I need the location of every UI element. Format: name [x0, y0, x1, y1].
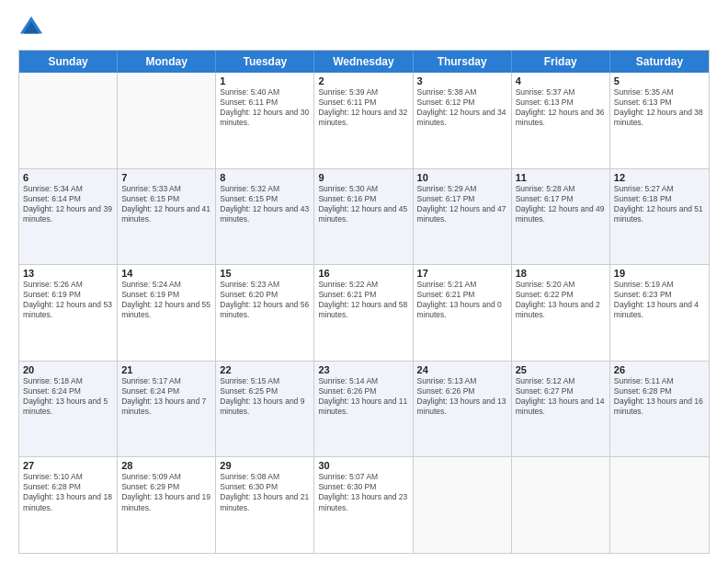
day-number: 16 — [318, 268, 408, 279]
day-number: 23 — [318, 364, 408, 375]
empty-cell — [19, 73, 118, 168]
day-number: 28 — [121, 460, 211, 471]
header-day-friday: Friday — [512, 51, 610, 73]
day-info: Sunrise: 5:40 AM Sunset: 6:11 PM Dayligh… — [220, 87, 310, 128]
header-day-tuesday: Tuesday — [216, 51, 314, 73]
day-number: 1 — [220, 75, 310, 86]
header-day-wednesday: Wednesday — [314, 51, 413, 73]
day-number: 19 — [614, 268, 705, 279]
day-info: Sunrise: 5:19 AM Sunset: 6:23 PM Dayligh… — [614, 280, 705, 320]
day-cell-12: 12Sunrise: 5:27 AM Sunset: 6:18 PM Dayli… — [610, 169, 709, 265]
day-cell-7: 7Sunrise: 5:33 AM Sunset: 6:15 PM Daylig… — [118, 169, 216, 265]
day-info: Sunrise: 5:22 AM Sunset: 6:21 PM Dayligh… — [318, 280, 408, 320]
day-cell-8: 8Sunrise: 5:32 AM Sunset: 6:15 PM Daylig… — [216, 169, 314, 265]
day-number: 27 — [23, 460, 113, 471]
day-info: Sunrise: 5:37 AM Sunset: 6:13 PM Dayligh… — [516, 87, 606, 128]
calendar-row-2: 6Sunrise: 5:34 AM Sunset: 6:14 PM Daylig… — [19, 168, 709, 265]
day-number: 17 — [417, 268, 507, 279]
calendar-row-3: 13Sunrise: 5:26 AM Sunset: 6:19 PM Dayli… — [19, 264, 709, 361]
day-info: Sunrise: 5:32 AM Sunset: 6:15 PM Dayligh… — [220, 184, 310, 224]
day-cell-14: 14Sunrise: 5:24 AM Sunset: 6:19 PM Dayli… — [118, 265, 216, 361]
day-cell-6: 6Sunrise: 5:34 AM Sunset: 6:14 PM Daylig… — [19, 169, 118, 265]
day-number: 29 — [220, 460, 310, 471]
empty-cell — [512, 457, 610, 553]
day-number: 13 — [23, 268, 113, 279]
calendar-row-5: 27Sunrise: 5:10 AM Sunset: 6:28 PM Dayli… — [19, 456, 709, 553]
day-cell-27: 27Sunrise: 5:10 AM Sunset: 6:28 PM Dayli… — [19, 457, 118, 553]
empty-cell — [610, 457, 709, 553]
day-number: 30 — [318, 460, 408, 471]
day-number: 18 — [516, 268, 606, 279]
empty-cell — [118, 73, 216, 168]
calendar: SundayMondayTuesdayWednesdayThursdayFrid… — [18, 50, 710, 554]
header-day-monday: Monday — [118, 51, 216, 73]
header-day-thursday: Thursday — [414, 51, 512, 73]
logo — [18, 15, 48, 40]
day-cell-25: 25Sunrise: 5:12 AM Sunset: 6:27 PM Dayli… — [512, 362, 610, 457]
day-number: 3 — [417, 75, 507, 86]
day-info: Sunrise: 5:38 AM Sunset: 6:12 PM Dayligh… — [417, 87, 507, 128]
calendar-header: SundayMondayTuesdayWednesdayThursdayFrid… — [19, 51, 709, 73]
day-number: 8 — [220, 172, 310, 183]
day-info: Sunrise: 5:20 AM Sunset: 6:22 PM Dayligh… — [516, 280, 606, 320]
day-info: Sunrise: 5:28 AM Sunset: 6:17 PM Dayligh… — [516, 184, 606, 224]
day-info: Sunrise: 5:29 AM Sunset: 6:17 PM Dayligh… — [417, 184, 507, 224]
day-info: Sunrise: 5:21 AM Sunset: 6:21 PM Dayligh… — [417, 280, 507, 320]
day-number: 9 — [318, 172, 408, 183]
day-number: 21 — [121, 364, 211, 375]
day-cell-4: 4Sunrise: 5:37 AM Sunset: 6:13 PM Daylig… — [512, 73, 610, 168]
day-cell-3: 3Sunrise: 5:38 AM Sunset: 6:12 PM Daylig… — [414, 73, 512, 168]
day-info: Sunrise: 5:39 AM Sunset: 6:11 PM Dayligh… — [318, 87, 408, 128]
day-cell-1: 1Sunrise: 5:40 AM Sunset: 6:11 PM Daylig… — [216, 73, 314, 168]
day-info: Sunrise: 5:14 AM Sunset: 6:26 PM Dayligh… — [318, 376, 408, 417]
day-info: Sunrise: 5:34 AM Sunset: 6:14 PM Dayligh… — [23, 184, 113, 224]
day-cell-10: 10Sunrise: 5:29 AM Sunset: 6:17 PM Dayli… — [414, 169, 512, 265]
day-cell-20: 20Sunrise: 5:18 AM Sunset: 6:24 PM Dayli… — [19, 362, 118, 457]
day-info: Sunrise: 5:33 AM Sunset: 6:15 PM Dayligh… — [121, 184, 211, 224]
day-cell-15: 15Sunrise: 5:23 AM Sunset: 6:20 PM Dayli… — [216, 265, 314, 361]
day-cell-2: 2Sunrise: 5:39 AM Sunset: 6:11 PM Daylig… — [314, 73, 413, 168]
day-info: Sunrise: 5:26 AM Sunset: 6:19 PM Dayligh… — [23, 280, 113, 320]
day-number: 4 — [516, 75, 606, 86]
day-cell-24: 24Sunrise: 5:13 AM Sunset: 6:26 PM Dayli… — [414, 362, 512, 457]
day-info: Sunrise: 5:08 AM Sunset: 6:30 PM Dayligh… — [220, 472, 310, 512]
day-number: 25 — [516, 364, 606, 375]
day-number: 2 — [318, 75, 408, 86]
day-number: 7 — [121, 172, 211, 183]
day-cell-21: 21Sunrise: 5:17 AM Sunset: 6:24 PM Dayli… — [118, 362, 216, 457]
header — [18, 15, 710, 40]
day-number: 20 — [23, 364, 113, 375]
day-number: 10 — [417, 172, 507, 183]
day-number: 26 — [614, 364, 705, 375]
day-cell-26: 26Sunrise: 5:11 AM Sunset: 6:28 PM Dayli… — [610, 362, 709, 457]
day-info: Sunrise: 5:13 AM Sunset: 6:26 PM Dayligh… — [417, 376, 507, 417]
day-cell-28: 28Sunrise: 5:09 AM Sunset: 6:29 PM Dayli… — [118, 457, 216, 553]
day-number: 5 — [614, 75, 705, 86]
empty-cell — [414, 457, 512, 553]
day-number: 6 — [23, 172, 113, 183]
day-number: 15 — [220, 268, 310, 279]
day-info: Sunrise: 5:09 AM Sunset: 6:29 PM Dayligh… — [121, 472, 211, 512]
day-info: Sunrise: 5:11 AM Sunset: 6:28 PM Dayligh… — [614, 376, 705, 417]
calendar-row-4: 20Sunrise: 5:18 AM Sunset: 6:24 PM Dayli… — [19, 361, 709, 457]
day-info: Sunrise: 5:27 AM Sunset: 6:18 PM Dayligh… — [614, 184, 705, 224]
day-cell-11: 11Sunrise: 5:28 AM Sunset: 6:17 PM Dayli… — [512, 169, 610, 265]
day-info: Sunrise: 5:23 AM Sunset: 6:20 PM Dayligh… — [220, 280, 310, 320]
day-info: Sunrise: 5:35 AM Sunset: 6:13 PM Dayligh… — [614, 87, 705, 128]
day-cell-29: 29Sunrise: 5:08 AM Sunset: 6:30 PM Dayli… — [216, 457, 314, 553]
day-cell-30: 30Sunrise: 5:07 AM Sunset: 6:30 PM Dayli… — [314, 457, 413, 553]
calendar-body: 1Sunrise: 5:40 AM Sunset: 6:11 PM Daylig… — [19, 73, 709, 553]
day-cell-5: 5Sunrise: 5:35 AM Sunset: 6:13 PM Daylig… — [610, 73, 709, 168]
day-cell-22: 22Sunrise: 5:15 AM Sunset: 6:25 PM Dayli… — [216, 362, 314, 457]
day-info: Sunrise: 5:12 AM Sunset: 6:27 PM Dayligh… — [516, 376, 606, 417]
day-cell-16: 16Sunrise: 5:22 AM Sunset: 6:21 PM Dayli… — [314, 265, 413, 361]
day-info: Sunrise: 5:30 AM Sunset: 6:16 PM Dayligh… — [318, 184, 408, 224]
day-info: Sunrise: 5:17 AM Sunset: 6:24 PM Dayligh… — [121, 376, 211, 417]
calendar-row-1: 1Sunrise: 5:40 AM Sunset: 6:11 PM Daylig… — [19, 73, 709, 168]
day-number: 22 — [220, 364, 310, 375]
day-info: Sunrise: 5:10 AM Sunset: 6:28 PM Dayligh… — [23, 472, 113, 512]
page: SundayMondayTuesdayWednesdayThursdayFrid… — [0, 0, 728, 563]
day-cell-17: 17Sunrise: 5:21 AM Sunset: 6:21 PM Dayli… — [414, 265, 512, 361]
day-info: Sunrise: 5:18 AM Sunset: 6:24 PM Dayligh… — [23, 376, 113, 417]
day-number: 11 — [516, 172, 606, 183]
